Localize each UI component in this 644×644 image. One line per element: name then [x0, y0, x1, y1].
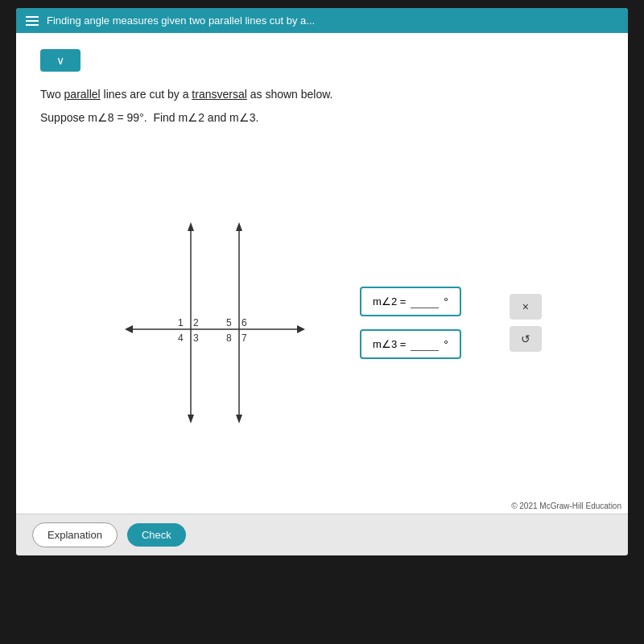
angle2-box: m∠2 = ° [360, 287, 461, 316]
diagram-container: 1 2 4 3 5 6 8 7 [102, 210, 328, 436]
angle3-box: m∠3 = ° [360, 329, 461, 359]
dropdown-button[interactable]: ∨ [40, 49, 80, 72]
problem-text-line1: Two parallel lines are cut by a transver… [40, 86, 604, 103]
svg-text:6: 6 [242, 317, 247, 328]
clear-button[interactable]: × [510, 294, 542, 320]
svg-marker-3 [188, 415, 194, 423]
svg-text:1: 1 [178, 317, 184, 328]
angle2-degree: ° [444, 295, 448, 308]
angle3-input[interactable] [411, 337, 439, 351]
suppose-text: Suppose m∠8 = 99°. Find m∠2 and m∠3. [40, 111, 604, 124]
svg-text:2: 2 [193, 317, 199, 328]
explanation-button[interactable]: Explanation [32, 522, 118, 547]
title-bar: Finding angle measures given two paralle… [16, 8, 628, 33]
angle3-degree: ° [444, 338, 448, 351]
bottom-bar: Explanation Check [16, 514, 628, 555]
answer-area: m∠2 = ° m∠3 = ° [360, 287, 461, 359]
hamburger-icon[interactable] [26, 16, 39, 26]
angle3-label: m∠3 = [373, 338, 406, 350]
svg-marker-8 [297, 325, 305, 333]
content-area: ∨ Two parallel lines are cut by a transv… [16, 33, 628, 514]
svg-text:8: 8 [226, 332, 232, 344]
svg-text:7: 7 [242, 332, 247, 344]
action-buttons: × ↺ [510, 294, 542, 352]
diagram-area: 1 2 4 3 5 6 8 7 m∠2 = ° [40, 148, 604, 497]
svg-marker-5 [236, 222, 242, 231]
svg-text:5: 5 [226, 317, 232, 328]
undo-button[interactable]: ↺ [510, 326, 542, 352]
footer-text: © 2021 McGraw-Hill Education [511, 502, 621, 510]
page-title: Finding angle measures given two paralle… [47, 14, 315, 27]
svg-marker-6 [236, 415, 242, 423]
check-button[interactable]: Check [127, 523, 186, 547]
angle2-input[interactable] [411, 295, 439, 308]
svg-marker-7 [125, 325, 133, 333]
svg-text:4: 4 [178, 332, 184, 344]
angle2-label: m∠2 = [373, 295, 406, 308]
svg-marker-2 [188, 222, 194, 231]
svg-text:3: 3 [193, 332, 199, 344]
